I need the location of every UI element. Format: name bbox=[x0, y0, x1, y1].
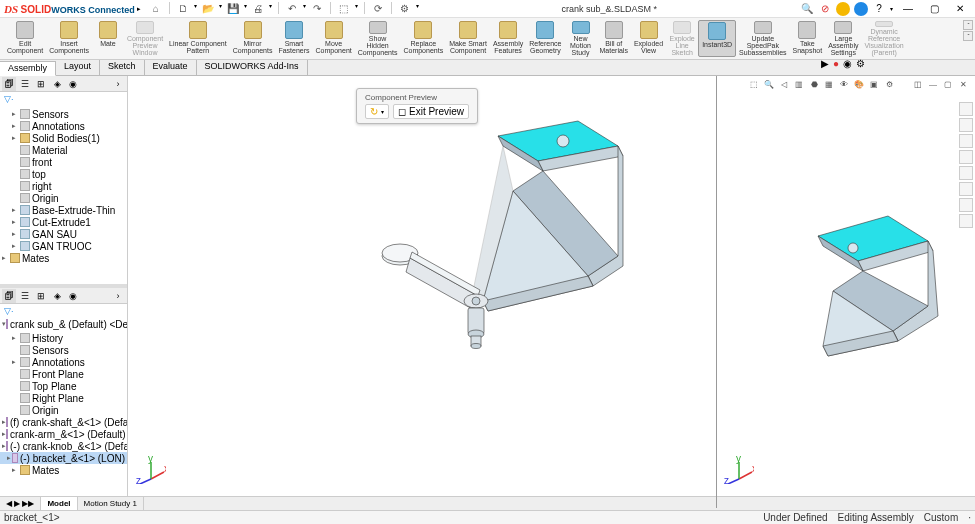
preview-sync-button[interactable]: ↻ ▾ bbox=[365, 104, 389, 119]
tree-expand-icon[interactable]: › bbox=[111, 77, 125, 91]
tree-caret-icon[interactable]: ▸ bbox=[12, 218, 20, 226]
tree-caret-icon[interactable]: ▸ bbox=[12, 122, 20, 130]
apply-scene-icon[interactable]: ▣ bbox=[868, 78, 880, 90]
tree-node[interactable]: ▸GAN SAU bbox=[0, 228, 127, 240]
tree-node[interactable]: ▸History bbox=[0, 332, 127, 344]
tree-caret-icon[interactable]: ▸ bbox=[12, 334, 20, 342]
show-hidden-components-button[interactable]: Show Hidden Components bbox=[355, 20, 401, 57]
tree-node[interactable]: Top Plane bbox=[0, 380, 127, 392]
search-icon[interactable]: 🔍 bbox=[800, 2, 814, 16]
tree-node[interactable]: ▸GAN TRUOC bbox=[0, 240, 127, 252]
view-orientation-icon[interactable]: ⬣ bbox=[808, 78, 820, 90]
assembly-root-node[interactable]: ▾ crank sub_& (Default) <Default_Disp bbox=[0, 318, 127, 330]
update-speedpak-button[interactable]: Update SpeedPak Subassemblies bbox=[736, 20, 789, 57]
tree-caret-icon[interactable]: ▸ bbox=[12, 466, 20, 474]
tree-node[interactable]: ▸Annotations bbox=[0, 120, 127, 132]
tree-node[interactable]: ▸Sensors bbox=[0, 108, 127, 120]
replace-components-button[interactable]: Replace Components bbox=[400, 20, 446, 57]
large-assembly-settings-button[interactable]: Large Assembly Settings bbox=[825, 20, 861, 57]
tab-sketch[interactable]: Sketch bbox=[100, 60, 145, 75]
tree-node[interactable]: Front Plane bbox=[0, 368, 127, 380]
tree-node[interactable]: ▸(-) crank-knob_&<1> (Default) < bbox=[0, 440, 127, 452]
ribbon-scroll-up-icon[interactable]: ˄ bbox=[963, 20, 973, 30]
help-icon[interactable]: ? bbox=[872, 2, 886, 16]
viewport-max-icon[interactable]: ▢ bbox=[942, 78, 954, 90]
display-manager-tab-icon[interactable]: ◉ bbox=[66, 77, 80, 91]
tree-node[interactable]: ▸Mates bbox=[0, 464, 127, 476]
tree-node[interactable]: ▸(-) bracket_&<1> (LON) bbox=[0, 452, 127, 464]
tree-expand-icon-2[interactable]: › bbox=[111, 289, 125, 303]
settings-icon[interactable]: ⚙ bbox=[856, 58, 865, 69]
mate-button[interactable]: Mate bbox=[92, 20, 124, 57]
tree-node[interactable]: top bbox=[0, 168, 127, 180]
task-pane-design-library-icon[interactable] bbox=[959, 134, 973, 148]
prev-view-icon[interactable]: ◁ bbox=[778, 78, 790, 90]
cloud-icon[interactable]: ⊘ bbox=[818, 2, 832, 16]
tree-node[interactable]: ▸crank-arm_&<1> (Default) < bbox=[0, 428, 127, 440]
task-pane-forum-icon[interactable] bbox=[959, 214, 973, 228]
play-icon[interactable]: ▶ bbox=[821, 58, 829, 69]
tree-caret-icon[interactable]: ▸ bbox=[12, 242, 20, 250]
graphics-viewport[interactable]: ⬚ 🔍 ◁ ▥ ⬣ ▦ 👁 🎨 ▣ ⚙ ◫ — ▢ ✕ bbox=[128, 76, 975, 508]
exploded-view-button[interactable]: Exploded View bbox=[631, 20, 666, 57]
tree-node[interactable]: ▸Annotations bbox=[0, 356, 127, 368]
tree-filter[interactable]: ▽· bbox=[0, 92, 127, 106]
undo-icon[interactable]: ↶ bbox=[285, 2, 299, 16]
minimize-button[interactable]: — bbox=[897, 2, 919, 16]
new-icon[interactable]: 🗋 bbox=[176, 2, 190, 16]
reference-geometry-button[interactable]: Reference Geometry bbox=[526, 20, 564, 57]
notification-icon[interactable] bbox=[836, 2, 850, 16]
print-icon[interactable]: 🖨 bbox=[251, 2, 265, 16]
options-icon[interactable]: ⚙ bbox=[398, 2, 412, 16]
tree-node[interactable]: front bbox=[0, 156, 127, 168]
linear-component-pattern-button[interactable]: Linear Component Pattern bbox=[166, 20, 230, 57]
view-triad-main[interactable]: x y z bbox=[136, 454, 166, 486]
task-pane-file-explorer-icon[interactable] bbox=[959, 150, 973, 164]
exit-preview-button[interactable]: ◻ Exit Preview bbox=[393, 104, 469, 119]
ribbon-scroll-down-icon[interactable]: ˅ bbox=[963, 31, 973, 41]
insert-components-button[interactable]: Insert Components bbox=[46, 20, 92, 57]
section-view-icon[interactable]: ▥ bbox=[793, 78, 805, 90]
tree-caret-icon[interactable]: ▸ bbox=[2, 254, 10, 262]
bottom-tab-motion-study-1[interactable]: Motion Study 1 bbox=[78, 497, 144, 510]
tree-node[interactable]: Sensors bbox=[0, 344, 127, 356]
view-triad-preview[interactable]: x y z bbox=[724, 454, 754, 486]
viewport-splitter[interactable] bbox=[716, 76, 717, 508]
bottom-tab-model[interactable]: Model bbox=[41, 497, 77, 510]
tree-node[interactable]: ▸(f) crank-shaft_&<1> (Default) < bbox=[0, 416, 127, 428]
viewport-menu-icon[interactable]: ◫ bbox=[912, 78, 924, 90]
status-extra-icon[interactable]: · bbox=[968, 512, 971, 523]
task-pane-resources-icon[interactable] bbox=[959, 118, 973, 132]
tree-caret-icon[interactable]: ▸ bbox=[12, 110, 20, 118]
tab-addins[interactable]: SOLIDWORKS Add-Ins bbox=[197, 60, 308, 75]
record-icon[interactable]: ◉ bbox=[843, 58, 852, 69]
new-motion-study-button[interactable]: New Motion Study bbox=[565, 20, 597, 57]
move-component-button[interactable]: Move Component bbox=[313, 20, 355, 57]
save-icon[interactable]: 💾 bbox=[226, 2, 240, 16]
rebuild-icon[interactable]: ⟳ bbox=[371, 2, 385, 16]
tab-layout[interactable]: Layout bbox=[56, 60, 100, 75]
tree-caret-icon[interactable]: ▸ bbox=[12, 206, 20, 214]
stop-icon[interactable]: ● bbox=[833, 58, 839, 69]
bottom-scroll-left[interactable]: ◀ ▶ ▶▶ bbox=[0, 497, 41, 510]
bill-of-materials-button[interactable]: Bill of Materials bbox=[597, 20, 631, 57]
tab-assembly[interactable]: Assembly bbox=[0, 61, 56, 76]
hide-show-icon[interactable]: 👁 bbox=[838, 78, 850, 90]
tree-node[interactable]: Material bbox=[0, 144, 127, 156]
tree-node[interactable]: ▸Solid Bodies(1) bbox=[0, 132, 127, 144]
task-pane-appearances-icon[interactable] bbox=[959, 182, 973, 196]
redo-icon[interactable]: ↷ bbox=[310, 2, 324, 16]
tab-evaluate[interactable]: Evaluate bbox=[145, 60, 197, 75]
tree-node[interactable]: ▸Cut-Extrude1 bbox=[0, 216, 127, 228]
tree-filter-2[interactable]: ▽· bbox=[0, 304, 127, 318]
display-style-icon[interactable]: ▦ bbox=[823, 78, 835, 90]
view-settings-icon[interactable]: ⚙ bbox=[883, 78, 895, 90]
tree-node[interactable]: ▸Base-Extrude-Thin bbox=[0, 204, 127, 216]
status-units[interactable]: Custom bbox=[924, 512, 958, 523]
open-icon[interactable]: 📂 bbox=[201, 2, 215, 16]
assembly-features-button[interactable]: Assembly Features bbox=[490, 20, 526, 57]
tree-node[interactable]: Origin bbox=[0, 192, 127, 204]
viewport-min-icon[interactable]: — bbox=[927, 78, 939, 90]
zoom-area-icon[interactable]: 🔍 bbox=[763, 78, 775, 90]
task-pane-custom-properties-icon[interactable] bbox=[959, 198, 973, 212]
